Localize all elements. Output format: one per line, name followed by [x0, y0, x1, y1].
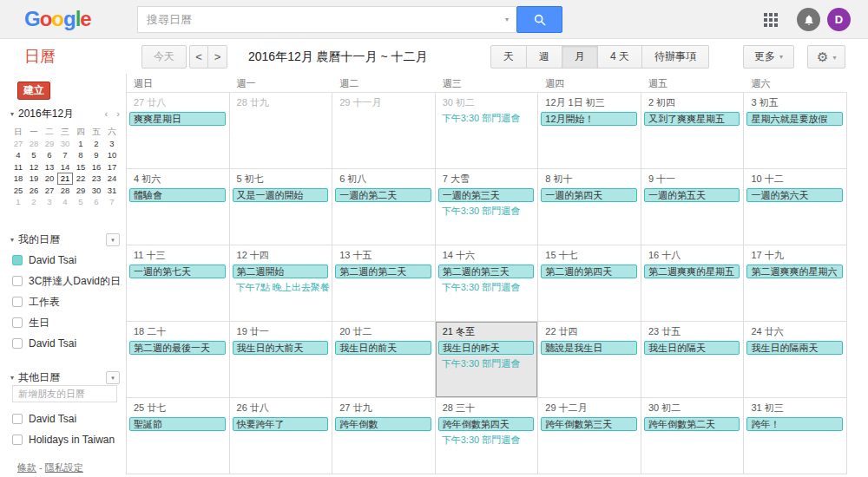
date-label[interactable]: 30 初二 [443, 96, 538, 109]
day-cell[interactable]: 20 廿二我生日的前天 [332, 322, 436, 398]
event-chip[interactable]: 12月開始！ [541, 112, 637, 126]
mini-calendar-day[interactable]: 8 [73, 149, 89, 161]
privacy-link[interactable]: 隱私設定 [45, 462, 83, 473]
date-label[interactable]: 10 十二 [751, 173, 846, 186]
mini-calendar-day[interactable]: 1 [10, 196, 26, 208]
date-label[interactable]: 14 十六 [443, 249, 538, 262]
view-tab-2[interactable]: 週 [527, 45, 562, 69]
day-cell[interactable]: 12 十四第二週開始下午7點 晚上出去聚餐吧！ [230, 245, 333, 322]
calendar-list-item[interactable]: David Tsai [12, 408, 122, 429]
event-chip[interactable]: 又到了爽爽星期五 [644, 112, 740, 126]
mini-calendar-day[interactable]: 3 [42, 196, 57, 208]
day-cell[interactable]: 27 廿九跨年倒數 [332, 398, 436, 474]
day-cell[interactable]: 22 廿四聽說是我生日 [538, 322, 641, 398]
date-label[interactable]: 17 十九 [751, 249, 846, 262]
date-label[interactable]: 30 初二 [648, 402, 744, 415]
day-cell[interactable]: 3 初五星期六就是要放假 [744, 93, 847, 169]
day-cell[interactable]: 30 初二跨年倒數第二天 [641, 398, 745, 474]
event-chip[interactable]: 我生日的昨天 [438, 341, 535, 355]
mini-calendar-day[interactable]: 29 [73, 185, 89, 197]
calendar-checkbox[interactable] [12, 297, 23, 307]
mini-calendar-day[interactable]: 28 [26, 138, 42, 150]
mini-calendar-day[interactable]: 7 [104, 196, 120, 208]
event-chip[interactable]: 我生日的隔兩天 [746, 341, 843, 355]
avatar[interactable]: D [827, 8, 851, 31]
search-options-caret-icon[interactable]: ▾ [505, 16, 509, 23]
event-chip[interactable]: 第二週的第二天 [335, 265, 431, 278]
event-chip[interactable]: 快要跨年了 [233, 417, 329, 431]
today-button[interactable]: 今天 [141, 45, 187, 69]
calendar-checkbox[interactable] [12, 338, 23, 349]
day-cell[interactable]: 13 十五第二週的第二天 [332, 245, 436, 322]
date-label[interactable]: 25 廿七 [134, 402, 229, 415]
mini-calendar-day[interactable]: 22 [73, 173, 89, 185]
event-chip[interactable]: 跨年！ [746, 417, 843, 431]
day-cell[interactable]: 8 初十一週的第四天 [538, 169, 641, 245]
date-label[interactable]: 5 初七 [237, 173, 332, 186]
date-label[interactable]: 16 十八 [648, 249, 744, 262]
timed-event[interactable]: 下午3:30 部門週會 [438, 112, 536, 125]
event-chip[interactable]: 體驗會 [129, 188, 226, 202]
mini-calendar-day[interactable]: 31 [104, 185, 120, 197]
event-chip[interactable]: 跨年倒數第四天 [438, 417, 535, 431]
day-cell[interactable]: 7 大雪一週的第三天下午3:30 部門週會 [436, 169, 539, 245]
event-chip[interactable]: 第二週爽爽的星期六 [746, 265, 843, 278]
mini-calendar-day[interactable]: 2 [89, 138, 104, 150]
mini-calendar-day[interactable]: 9 [89, 149, 104, 161]
date-label[interactable]: 13 十五 [339, 249, 435, 262]
event-chip[interactable]: 聖誕節 [129, 417, 226, 431]
mini-calendar-day[interactable]: 20 [42, 173, 57, 185]
calendar-checkbox[interactable] [12, 414, 23, 424]
mini-calendar-day[interactable]: 25 [10, 185, 26, 197]
date-label[interactable]: 15 十七 [545, 249, 641, 262]
calendar-checkbox[interactable] [12, 317, 23, 328]
view-tab-1[interactable]: 天 [490, 45, 527, 69]
timed-event[interactable]: 下午3:30 部門週會 [438, 357, 536, 370]
timed-event[interactable]: 下午3:30 部門週會 [438, 205, 536, 218]
calendar-checkbox[interactable] [12, 435, 23, 445]
mini-calendar-day[interactable]: 7 [57, 149, 73, 161]
calendar-list-item[interactable]: Holidays in Taiwan [12, 429, 122, 450]
event-chip[interactable]: 一週的第六天 [746, 188, 843, 202]
mini-calendar-day[interactable]: 1 [73, 138, 89, 150]
date-label[interactable]: 29 十二月 [545, 402, 641, 415]
day-cell[interactable]: 21 冬至我生日的昨天下午3:30 部門週會 [436, 322, 539, 398]
date-label[interactable]: 28 三十 [443, 402, 538, 415]
mini-calendar-day[interactable]: 15 [73, 161, 89, 173]
mini-calendar-day[interactable]: 6 [42, 149, 57, 161]
date-label[interactable]: 21 冬至 [443, 325, 538, 338]
mini-calendar-day[interactable]: 29 [42, 138, 57, 150]
date-label[interactable]: 6 初八 [339, 173, 435, 186]
mini-calendar-day[interactable]: 10 [104, 149, 120, 161]
event-chip[interactable]: 跨年倒數第三天 [541, 417, 637, 431]
mini-calendar-day[interactable]: 4 [10, 149, 26, 161]
day-cell[interactable]: 25 廿七聖誕節 [127, 398, 230, 474]
calendar-list-item[interactable]: 工作表 [12, 291, 122, 312]
day-cell[interactable]: 24 廿六我生日的隔兩天 [744, 322, 847, 398]
mini-calendar-next-button[interactable]: › [116, 108, 120, 119]
view-tab-4[interactable]: 4 天 [598, 45, 642, 69]
mini-calendar-day[interactable]: 30 [57, 138, 73, 150]
disclosure-triangle-icon[interactable]: ▾ [10, 236, 14, 244]
timed-event[interactable]: 下午3:30 部門週會 [438, 281, 536, 294]
day-cell[interactable]: 26 廿八快要跨年了 [230, 398, 333, 474]
day-cell[interactable]: 18 二十第二週的最後一天 [127, 322, 230, 398]
calendar-list-item[interactable]: David Tsai [12, 333, 122, 354]
date-label[interactable]: 28 廿九 [237, 96, 332, 109]
day-cell[interactable]: 29 十一月 [332, 93, 436, 169]
date-label[interactable]: 27 廿九 [339, 402, 435, 415]
mini-calendar-day[interactable]: 23 [89, 173, 104, 185]
date-label[interactable]: 2 初四 [648, 96, 744, 109]
timed-event[interactable]: 下午7點 晚上出去聚餐吧！ [233, 281, 331, 294]
date-label[interactable]: 9 十一 [648, 173, 744, 186]
event-chip[interactable]: 跨年倒數第二天 [644, 417, 740, 431]
event-chip[interactable]: 我生日的大前天 [233, 341, 329, 355]
mini-calendar-day[interactable]: 16 [89, 161, 104, 173]
search-button[interactable] [516, 6, 562, 33]
event-chip[interactable]: 第二週的最後一天 [129, 341, 226, 355]
next-button[interactable]: > [208, 45, 227, 69]
mini-calendar-day[interactable]: 28 [57, 185, 73, 197]
mini-calendar-day[interactable]: 17 [104, 161, 120, 173]
more-button[interactable]: 更多▾ [743, 45, 794, 69]
event-chip[interactable]: 星期六就是要放假 [746, 112, 843, 126]
